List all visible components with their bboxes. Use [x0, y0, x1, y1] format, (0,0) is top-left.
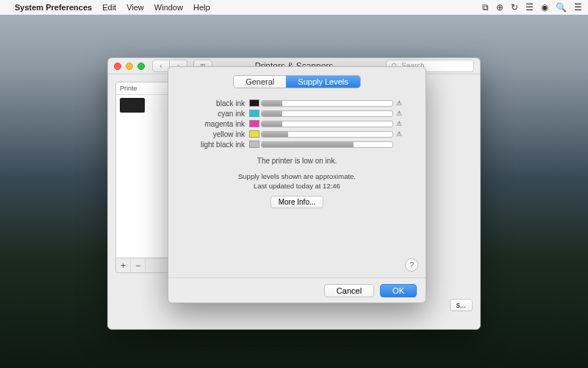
cancel-button[interactable]: Cancel [324, 284, 374, 297]
tab-supply-levels[interactable]: Supply Levels [286, 76, 360, 88]
supply-swatch [249, 99, 259, 107]
supply-swatch [249, 130, 259, 138]
warning-icon: ⚠ [396, 130, 404, 138]
dropbox-icon[interactable]: ⧉ [482, 2, 489, 13]
supply-label: yellow ink [190, 130, 245, 138]
more-info-button[interactable]: More Info... [270, 196, 324, 208]
tab-group: General Supply Levels [168, 76, 426, 88]
supply-row: magenta ink⚠ [190, 118, 404, 129]
wifi-icon[interactable]: ☰ [526, 2, 534, 13]
notifications-icon[interactable]: ☰ [574, 2, 582, 13]
printer-list-item[interactable] [116, 95, 171, 116]
printer-icon [120, 98, 145, 113]
supply-row: light black ink [190, 139, 404, 149]
printer-list-header: Printe [116, 82, 171, 95]
menu-view[interactable]: View [126, 3, 144, 12]
supply-bar [261, 110, 393, 117]
timemachine-icon[interactable]: ↻ [511, 2, 518, 13]
supply-label: light black ink [190, 141, 245, 149]
warning-icon: ⚠ [396, 99, 404, 107]
minimize-button[interactable] [126, 63, 133, 70]
printer-list[interactable]: Printe [115, 82, 171, 258]
app-menu[interactable]: System Preferences [15, 3, 92, 12]
supply-levels-list: black ink⚠cyan ink⚠magenta ink⚠yellow in… [190, 98, 404, 149]
low-ink-message: The printer is low on ink. [168, 157, 426, 165]
spotlight-icon[interactable]: 🔍 [556, 2, 567, 13]
menu-edit[interactable]: Edit [102, 3, 116, 12]
menu-help[interactable]: Help [193, 3, 210, 12]
traffic-lights [114, 63, 145, 70]
menu-window[interactable]: Window [154, 3, 183, 12]
tab-general[interactable]: General [234, 76, 286, 88]
approx-message: Supply levels shown are approximate. [168, 172, 426, 180]
supply-bar [261, 100, 393, 107]
supply-label: cyan ink [190, 110, 245, 118]
supply-swatch [249, 110, 259, 117]
supply-label: black ink [190, 99, 245, 107]
ok-button[interactable]: OK [380, 284, 417, 297]
supply-bar [261, 141, 393, 148]
user-icon[interactable]: ◉ [541, 2, 548, 13]
supply-swatch [249, 120, 259, 127]
options-button[interactable]: s... [450, 299, 473, 311]
supply-row: cyan ink⚠ [190, 108, 404, 118]
last-updated-message: Last updated today at 12:46 [168, 182, 426, 190]
airdrop-icon[interactable]: ⊕ [496, 2, 503, 13]
supply-label: magenta ink [190, 120, 245, 128]
remove-printer-button[interactable]: − [131, 258, 146, 272]
add-printer-button[interactable]: + [116, 258, 131, 272]
supply-row: yellow ink⚠ [190, 129, 404, 139]
printer-list-footer: + − [115, 258, 171, 273]
warning-icon: ⚠ [396, 110, 404, 117]
supply-bar [261, 121, 393, 127]
sheet-footer: Cancel OK [168, 277, 426, 302]
supply-levels-sheet: General Supply Levels black ink⚠cyan ink… [168, 66, 426, 303]
supply-bar [261, 131, 393, 138]
close-button[interactable] [114, 63, 121, 70]
help-button[interactable]: ? [405, 258, 418, 272]
menu-bar: System Preferences Edit View Window Help… [0, 0, 588, 15]
zoom-button[interactable] [137, 63, 145, 70]
warning-icon: ⚠ [396, 120, 404, 127]
supply-swatch [249, 141, 259, 148]
supply-row: black ink⚠ [190, 98, 404, 108]
